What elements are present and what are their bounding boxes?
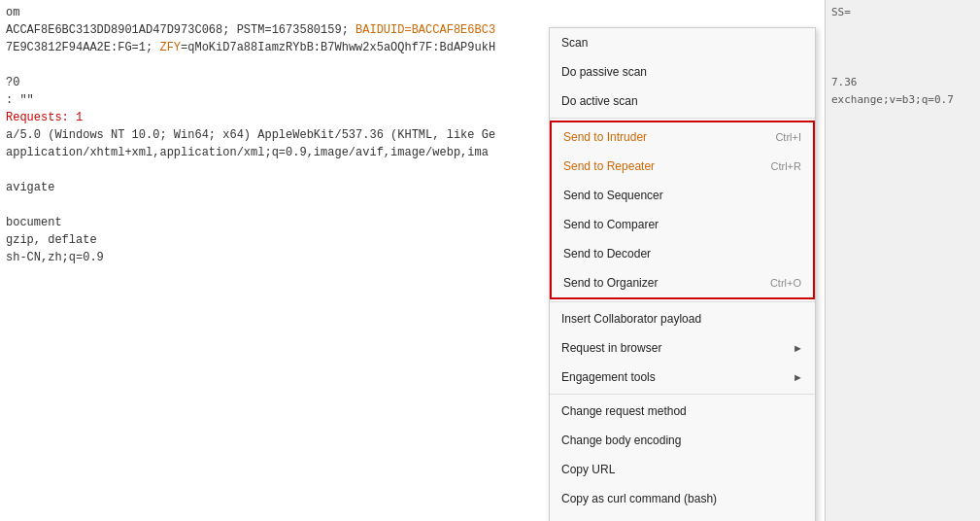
menu-item-request-browser-label: Request in browser [561,338,661,358]
menu-item-change-method-label: Change request method [561,401,687,421]
menu-item-send-sequencer-label: Send to Sequencer [563,186,663,205]
menu-item-copy-curl-label: Copy as curl command (bash) [561,489,717,508]
menu-item-send-intruder-label: Send to Intruder [563,127,647,147]
menu-item-insert-collaborator[interactable]: Insert Collaborator payload [550,304,815,333]
menu-item-send-organizer-shortcut: Ctrl+O [770,273,801,293]
send-group: Send to Intruder Ctrl+I Send to Repeater… [550,121,815,299]
menu-item-send-organizer[interactable]: Send to Organizer Ctrl+O [552,268,813,297]
menu-item-active-scan[interactable]: Do active scan [550,87,815,116]
menu-item-copy-url-label: Copy URL [561,460,615,479]
menu-item-send-organizer-label: Send to Organizer [563,273,658,293]
right-panel-content: SS= 7.36 exchange;v=b3;q=0.7 [826,0,980,113]
menu-item-copy-url[interactable]: Copy URL [550,455,815,484]
menu-item-send-repeater-label: Send to Repeater [563,156,655,176]
menu-item-send-repeater[interactable]: Send to Repeater Ctrl+R [552,152,813,181]
menu-item-change-method[interactable]: Change request method [550,397,815,426]
menu-item-send-decoder-label: Send to Decoder [563,244,651,263]
menu-item-passive-scan[interactable]: Do passive scan [550,57,815,87]
menu-item-send-comparer-label: Send to Comparer [563,215,659,234]
menu-item-insert-collaborator-label: Insert Collaborator payload [561,309,701,329]
separator-2 [550,301,815,302]
menu-item-copy-file[interactable]: Copy to file [550,513,815,521]
request-browser-arrow-icon: ► [793,338,803,358]
menu-item-request-browser[interactable]: Request in browser ► [550,333,815,363]
menu-item-send-intruder-shortcut: Ctrl+I [775,127,801,147]
separator-1 [550,118,815,119]
menu-item-engagement-tools[interactable]: Engagement tools ► [550,363,815,392]
menu-item-change-body-label: Change body encoding [561,431,681,450]
menu-item-send-repeater-shortcut: Ctrl+R [771,156,801,176]
menu-item-send-decoder[interactable]: Send to Decoder [552,239,813,268]
menu-item-send-comparer[interactable]: Send to Comparer [552,210,813,239]
menu-item-change-body[interactable]: Change body encoding [550,426,815,455]
menu-item-scan-label: Scan [561,33,588,52]
menu-item-passive-scan-label: Do passive scan [561,62,647,82]
context-menu: Scan Do passive scan Do active scan Send… [549,27,816,521]
menu-item-copy-curl[interactable]: Copy as curl command (bash) [550,484,815,513]
right-panel: SS= 7.36 exchange;v=b3;q=0.7 [825,0,980,521]
engagement-tools-arrow-icon: ► [793,367,803,387]
menu-item-engagement-tools-label: Engagement tools [561,367,656,387]
menu-item-scan[interactable]: Scan [550,28,815,57]
menu-item-send-intruder[interactable]: Send to Intruder Ctrl+I [552,122,813,152]
separator-3 [550,394,815,395]
menu-item-send-sequencer[interactable]: Send to Sequencer [552,181,813,210]
menu-item-active-scan-label: Do active scan [561,91,638,111]
